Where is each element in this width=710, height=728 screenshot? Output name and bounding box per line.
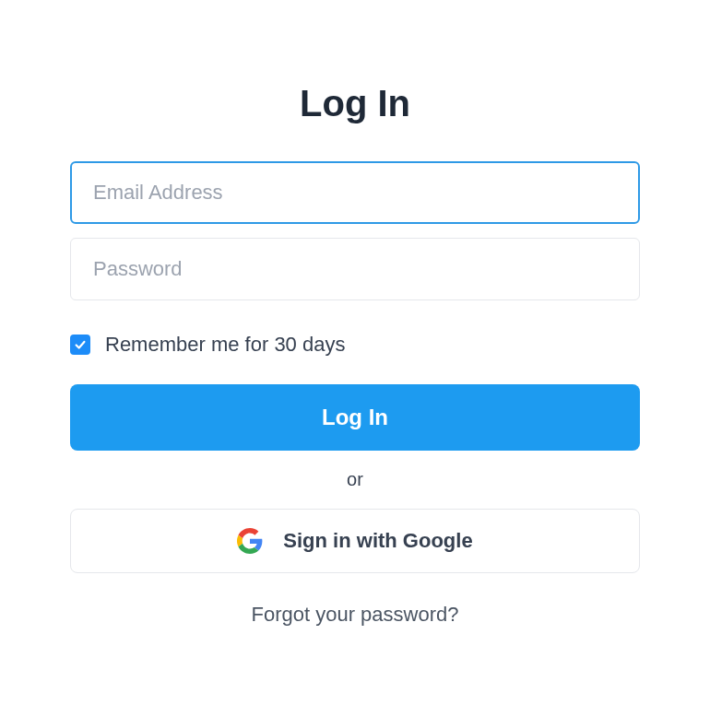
google-signin-button[interactable]: Sign in with Google: [70, 509, 640, 573]
or-divider: or: [70, 469, 640, 490]
login-button[interactable]: Log In: [70, 384, 640, 451]
email-input[interactable]: [70, 161, 640, 224]
remember-label: Remember me for 30 days: [105, 333, 345, 357]
page-title: Log In: [70, 83, 640, 124]
check-icon: [74, 338, 87, 351]
remember-checkbox[interactable]: [70, 335, 90, 355]
remember-row: Remember me for 30 days: [70, 333, 640, 357]
google-button-label: Sign in with Google: [283, 529, 472, 553]
google-icon: [237, 528, 263, 554]
login-form: Log In Remember me for 30 days Log In or…: [70, 83, 640, 627]
forgot-password-link[interactable]: Forgot your password?: [70, 603, 640, 627]
password-input[interactable]: [70, 238, 640, 300]
